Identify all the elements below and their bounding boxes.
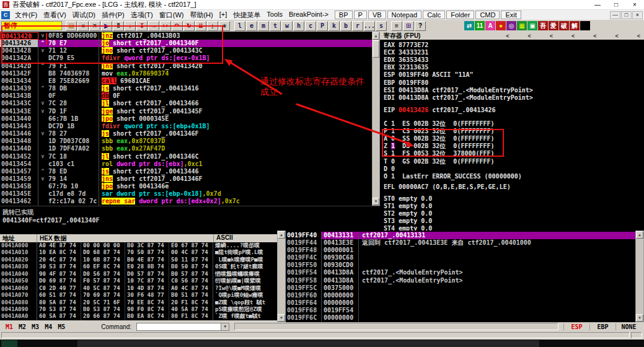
scroll-down-arrow[interactable]: ▼ xyxy=(373,198,379,205)
dump-row[interactable]: 0041A060C0 2D 49 7740 5C 87 7410 4D 87 7… xyxy=(0,285,277,292)
menu-item[interactable]: Tools xyxy=(263,11,286,20)
disasm-row[interactable]: 0041342ADC79 E5fdivr qword ptr ds:[ecx-0… xyxy=(0,55,372,62)
dump-row[interactable]: 0041A0A060 5A 87 7420 66 87 74B0 EA 8C 7… xyxy=(0,313,277,320)
stack-row[interactable]: 0019FF5000930CD0 xyxy=(286,261,635,269)
dump-row[interactable]: 0041A07060 51 87 7470 69 87 7430 F6 48 7… xyxy=(0,292,277,299)
disasm-row[interactable]: 0041345Ec17d e8 7dsar dword ptr ss:[ebp-… xyxy=(0,190,372,198)
status-esp[interactable]: ESP xyxy=(563,323,589,330)
toolbar-plugin-icon[interactable] xyxy=(580,21,590,30)
collapse-chevron[interactable]: < xyxy=(571,33,575,39)
memory-tab-m1[interactable]: M1 xyxy=(6,323,13,330)
menu-plugin-button[interactable]: CMD xyxy=(475,11,500,19)
toolbar-plugin-icon[interactable]: 爱 xyxy=(549,21,558,30)
toolbar-button[interactable]: ▶ xyxy=(101,21,112,31)
toolbar-plugin-icon[interactable]: 11 xyxy=(475,21,485,30)
cpu-window-icon[interactable]: C xyxy=(1,11,10,19)
dump-row[interactable]: 0041A08080 5A 87 7420 5C 71 6F70 EE 8C 7… xyxy=(0,299,277,306)
menu-item[interactable]: 调试(D) xyxy=(69,11,99,20)
disasm-scrollbar[interactable]: ▲ ▼ xyxy=(372,32,380,206)
collapse-chevron[interactable]: < xyxy=(593,33,596,39)
menu-item[interactable]: 文件(F) xyxy=(12,11,40,20)
disasm-row[interactable]: 0041343B0Fdb 0F xyxy=(0,92,372,100)
toolbar-plugin-icon[interactable]: ◎ xyxy=(506,21,516,30)
stack-row[interactable]: 0019FF6C00000000 xyxy=(286,314,635,322)
collapse-chevron[interactable]: < xyxy=(506,33,509,39)
disasm-row[interactable]: 00413454c103 c1rol dword ptr ds:[ebx],0x… xyxy=(0,160,372,168)
stack-row[interactable]: 0019FF6400000000 xyxy=(286,299,635,307)
menu-item[interactable]: BreakPoint-> xyxy=(286,11,332,20)
scroll-up-arrow[interactable]: ▲ xyxy=(636,231,643,239)
toolbar-button[interactable]: ⇊ xyxy=(195,21,206,31)
toolbar-window-button[interactable]: h xyxy=(293,21,304,31)
toolbar-plugin-icon[interactable]: 破 xyxy=(559,21,569,30)
stack-row[interactable]: 0019FF680019FF54 xyxy=(286,307,635,314)
scroll-down-arrow[interactable]: ▼ xyxy=(636,314,643,322)
toolbar-plugin-icon[interactable]: 吾 xyxy=(538,21,548,30)
menu-plugin-button[interactable]: BP xyxy=(335,11,353,19)
command-combobox[interactable]: ▼ xyxy=(136,323,229,331)
memory-tab-m5[interactable]: M5 xyxy=(58,323,65,330)
stack-row[interactable]: 0019FF4800000001 xyxy=(286,247,635,254)
disasm-row[interactable]: 00413446v78 27js short ctf2017_.0041346F xyxy=(0,130,372,138)
disasm-row[interactable]: 00413457^78 EDjs short ctf2017_.00413446 xyxy=(0,168,372,175)
dump-row[interactable]: 0041A01010 EA 8C 74D0 68 87 7470 50 87 7… xyxy=(0,249,277,256)
disasm-row[interactable]: 00413452v7C 18jl short ctf2017_.0041346C xyxy=(0,153,372,160)
toolbar-button[interactable]: ↧ xyxy=(136,21,148,31)
toolbar-button[interactable]: ↦ xyxy=(160,21,171,31)
stack-row[interactable]: 0019FF5800413D8Actf2017_.<ModuleEntryPoi… xyxy=(286,277,635,284)
disasm-row[interactable]: 0041342FB8 74036978mov eax,0x78690374 xyxy=(0,70,372,77)
status-ebp[interactable]: EBP xyxy=(589,323,615,330)
disasm-row[interactable]: 0041342D^79 F1jns short ctf2017_.0041342… xyxy=(0,63,372,70)
stack-row[interactable]: 0019FF4000413131ctf2017_.00413131 xyxy=(286,232,635,239)
disasm-row[interactable]: 004134481D 7D037C08sbb eax,0x87C037D xyxy=(0,138,372,145)
disasm-row[interactable]: 00413420v0F85 DD060000jnz ctf2017_.00413… xyxy=(0,32,372,40)
toolbar-plugin-icon[interactable]: ▦ xyxy=(517,21,527,30)
stack-row[interactable]: 0019FF4400413E3E返回到 ctf2017_.00413E3E 来自… xyxy=(286,239,635,247)
disasm-row[interactable]: 0041344D1D 7DF47A02sbb eax,0x27AF47D xyxy=(0,145,372,152)
toolbar-window-button[interactable]: e xyxy=(246,21,257,31)
command-input[interactable] xyxy=(137,323,221,330)
toolbar-option-button[interactable]: ⊞ xyxy=(403,21,414,31)
disasm-row[interactable]: 00413443DC7D 1Bfdivr qword ptr ss:[ebp+0… xyxy=(0,123,372,130)
scroll-down-arrow[interactable]: ▼ xyxy=(278,314,285,322)
toolbar-window-button[interactable]: w xyxy=(281,21,293,31)
toolbar-window-button[interactable]: ... xyxy=(364,21,375,31)
menu-plugin-button[interactable]: Exit xyxy=(501,11,521,19)
dump-row[interactable]: 0041A04090 4F 87 74D0 56 87 74D0 57 87 7… xyxy=(0,271,277,278)
stack-row[interactable]: 0019FF5C00375000 xyxy=(286,284,635,292)
close-button[interactable]: × xyxy=(625,0,644,10)
toolbar-plugin-icon[interactable]: ⇄ xyxy=(464,21,474,30)
toolbar-window-button[interactable]: t xyxy=(270,21,281,31)
menu-item[interactable]: 帮助(H) xyxy=(187,11,216,20)
mdi-minimize-button[interactable]: — xyxy=(610,11,620,19)
toolbar-window-button[interactable]: b xyxy=(340,21,351,31)
dump-row[interactable]: 0041A050D0 69 87 74F0 57 87 7410 7C 87 7… xyxy=(0,278,277,284)
menu-plugin-button[interactable]: Calc xyxy=(423,11,445,19)
mdi-close-button[interactable]: × xyxy=(632,11,643,19)
memory-tab-m4[interactable]: M4 xyxy=(45,323,52,330)
disasm-row[interactable]: 00413428v71 12jno short ctf2017_.0041343… xyxy=(0,47,372,55)
dump-row[interactable]: 0041A09070 53 87 74B0 53 87 7490 F0 8C 7… xyxy=(0,306,277,313)
toolbar-button[interactable]: ↷ xyxy=(172,21,183,31)
menu-plugin-button[interactable]: P xyxy=(354,11,367,19)
memory-tab-m3[interactable]: M3 xyxy=(32,323,39,330)
menu-item[interactable]: 选项(T) xyxy=(128,11,156,20)
menu-item[interactable]: 窗口(W) xyxy=(156,11,187,20)
toolbar-window-button[interactable]: P xyxy=(317,21,328,31)
disasm-row[interactable]: 0041343Cv7C 28jl short ctf2017_.00413466 xyxy=(0,100,372,107)
menu-item[interactable]: 插件(P) xyxy=(99,11,128,20)
scroll-up-arrow[interactable]: ▲ xyxy=(278,231,285,239)
toolbar-window-button[interactable]: s xyxy=(376,21,387,31)
menu-item[interactable]: [+] xyxy=(216,11,231,20)
disasm-row[interactable]: 00413462f2:c17a 02 7crepne sar dword ptr… xyxy=(0,198,372,205)
minimize-button[interactable]: — xyxy=(588,0,607,10)
toolbar-plugin-icon[interactable]: ▣ xyxy=(527,21,537,30)
menu-item[interactable]: 查看(V) xyxy=(40,11,69,20)
toolbar-button[interactable]: ‖ xyxy=(113,21,124,31)
toolbar-window-button[interactable]: m xyxy=(258,21,269,31)
toolbar-window-button[interactable]: k xyxy=(329,21,340,31)
stack-row[interactable]: 0019FF6000000000 xyxy=(286,292,635,299)
collapse-chevron[interactable]: < xyxy=(527,33,531,39)
disasm-row[interactable]: 00413459v79 14jns short ctf2017_.0041346… xyxy=(0,175,372,183)
toolbar-plugin-icon[interactable]: ● xyxy=(496,21,506,30)
